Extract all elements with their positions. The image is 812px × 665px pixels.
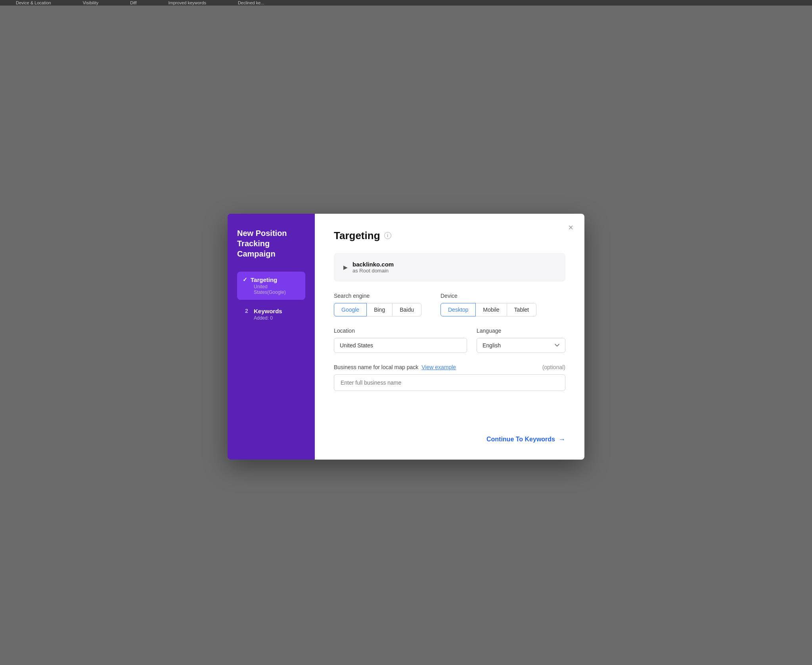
location-input[interactable] xyxy=(334,338,467,353)
modal: New Position Tracking Campaign ✓ Targeti… xyxy=(228,214,584,460)
business-label-row: Business name for local map pack View ex… xyxy=(334,364,565,370)
domain-info: backlinko.com as Root domain xyxy=(352,261,394,274)
bg-col-2: Visibility xyxy=(83,0,99,5)
bg-col-5: Declined ke... xyxy=(238,0,264,5)
sidebar: New Position Tracking Campaign ✓ Targeti… xyxy=(228,214,315,460)
search-engine-buttons: Google Bing Baidu xyxy=(334,303,421,316)
sidebar-item-keywords-sub: Added: 0 xyxy=(243,315,300,321)
content-title-row: Targeting i xyxy=(334,230,565,242)
background-bar: Device & Location Visibility Diff Improv… xyxy=(0,0,812,6)
device-desktop-button[interactable]: Desktop xyxy=(440,303,476,316)
bg-col-3: Diff xyxy=(130,0,136,5)
business-name-input[interactable] xyxy=(334,374,565,391)
sidebar-item-targeting[interactable]: ✓ Targeting United States(Google) xyxy=(237,272,305,300)
language-group: Language English Spanish French German xyxy=(477,328,565,353)
view-example-button[interactable]: View example xyxy=(421,364,456,370)
domain-name: backlinko.com xyxy=(352,261,394,268)
device-mobile-button[interactable]: Mobile xyxy=(475,303,507,316)
business-label-left: Business name for local map pack View ex… xyxy=(334,364,456,370)
search-engine-group: Search engine Google Bing Baidu xyxy=(334,293,421,316)
sidebar-item-targeting-sub: United States(Google) xyxy=(243,284,300,295)
keywords-number: 2 xyxy=(243,308,251,314)
continue-arrow-icon: → xyxy=(558,435,565,444)
page-title: Targeting xyxy=(334,230,380,242)
sidebar-item-targeting-label: Targeting xyxy=(251,276,277,283)
close-icon: × xyxy=(568,222,573,232)
content-footer: Continue To Keywords → xyxy=(334,423,565,444)
bg-col-4: Improved keywords xyxy=(169,0,206,5)
sidebar-title: New Position Tracking Campaign xyxy=(237,228,305,259)
info-icon[interactable]: i xyxy=(384,232,391,239)
domain-type: as Root domain xyxy=(352,268,394,274)
continue-button[interactable]: Continue To Keywords → xyxy=(486,435,565,444)
engine-device-row: Search engine Google Bing Baidu Device D… xyxy=(334,293,565,316)
optional-text: (optional) xyxy=(542,364,565,370)
business-label-text: Business name for local map pack xyxy=(334,364,418,370)
business-section: Business name for local map pack View ex… xyxy=(334,364,565,391)
device-label: Device xyxy=(440,293,536,299)
check-icon: ✓ xyxy=(243,276,247,283)
engine-google-button[interactable]: Google xyxy=(334,303,367,316)
engine-baidu-button[interactable]: Baidu xyxy=(392,303,421,316)
content-panel: × Targeting i ▶ backlinko.com as Root do… xyxy=(315,214,584,460)
language-label: Language xyxy=(477,328,565,334)
sidebar-item-targeting-header: ✓ Targeting xyxy=(243,276,300,283)
sidebar-item-keywords[interactable]: 2 Keywords Added: 0 xyxy=(237,303,305,326)
search-engine-label: Search engine xyxy=(334,293,421,299)
device-group: Device Desktop Mobile Tablet xyxy=(440,293,536,316)
location-label: Location xyxy=(334,328,467,334)
sidebar-item-keywords-label: Keywords xyxy=(254,308,282,314)
device-tablet-button[interactable]: Tablet xyxy=(507,303,536,316)
sidebar-item-keywords-header: 2 Keywords xyxy=(243,308,300,314)
continue-label: Continue To Keywords xyxy=(486,436,555,443)
chevron-right-icon: ▶ xyxy=(343,264,348,270)
device-buttons: Desktop Mobile Tablet xyxy=(440,303,536,316)
bg-col-1: Device & Location xyxy=(16,0,51,5)
language-select[interactable]: English Spanish French German xyxy=(477,338,565,353)
engine-bing-button[interactable]: Bing xyxy=(366,303,393,316)
location-group: Location xyxy=(334,328,467,353)
location-language-row: Location Language English Spanish French… xyxy=(334,328,565,353)
domain-box[interactable]: ▶ backlinko.com as Root domain xyxy=(334,253,565,282)
close-button[interactable]: × xyxy=(567,222,575,234)
